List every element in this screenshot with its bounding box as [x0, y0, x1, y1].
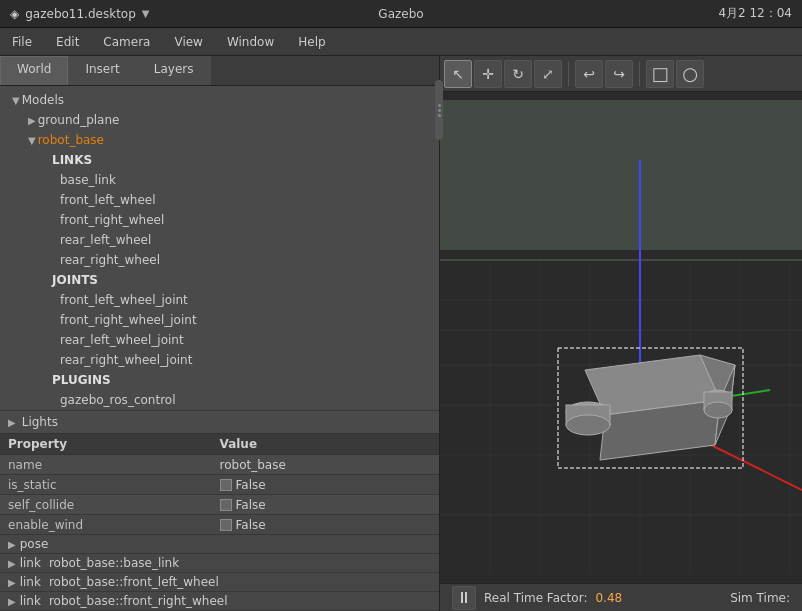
value-col-label: Value: [220, 437, 432, 451]
pause-button[interactable]: ⏸: [452, 586, 476, 610]
tree-front-left-wheel[interactable]: front_left_wheel: [0, 190, 439, 210]
tree-base-link[interactable]: base_link: [0, 170, 439, 190]
tab-dropdown-icon[interactable]: ▼: [142, 8, 150, 19]
tree-rear-right-wheel[interactable]: rear_right_wheel: [0, 250, 439, 270]
models-label: Models: [22, 93, 64, 107]
prop-link-front-right[interactable]: ▶ link robot_base::front_right_wheel: [0, 592, 439, 611]
translate-tool-button[interactable]: ✛: [474, 60, 502, 88]
gazebo-ros-control-label: gazebo_ros_control: [60, 393, 175, 407]
property-header: Property Value: [0, 434, 439, 455]
tree-front-right-wheel[interactable]: front_right_wheel: [0, 210, 439, 230]
real-time-label: Real Time Factor:: [484, 591, 587, 605]
tree-ground-plane[interactable]: ▶ ground_plane: [0, 110, 439, 130]
scale-tool-button[interactable]: ⤢: [534, 60, 562, 88]
rear-left-wheel-label: rear_left_wheel: [60, 233, 151, 247]
tab-world[interactable]: World: [0, 56, 68, 85]
front-right-joint-label: front_right_wheel_joint: [60, 313, 197, 327]
3d-viewport[interactable]: [440, 92, 802, 583]
svg-point-28: [704, 402, 732, 418]
link-front-left-arrow: ▶: [8, 577, 16, 588]
divider-dot-2: [438, 109, 441, 112]
svg-rect-0: [440, 100, 802, 250]
menu-view[interactable]: View: [170, 33, 206, 51]
menu-edit[interactable]: Edit: [52, 33, 83, 51]
sim-time-label: Sim Time:: [730, 591, 790, 605]
tree-front-left-joint[interactable]: front_left_wheel_joint: [0, 290, 439, 310]
front-right-wheel-label: front_right_wheel: [60, 213, 164, 227]
front-left-joint-label: front_left_wheel_joint: [60, 293, 188, 307]
tree-rear-left-wheel[interactable]: rear_left_wheel: [0, 230, 439, 250]
property-col-label: Property: [8, 437, 220, 451]
undo-button[interactable]: ↩: [575, 60, 603, 88]
sphere-button[interactable]: ○: [676, 60, 704, 88]
prop-self-collide-value: False: [220, 498, 432, 512]
toolbar: ↖ ✛ ↻ ⤢ ↩ ↪ □ ○: [440, 56, 802, 92]
tree-gazebo-ros-control[interactable]: gazebo_ros_control: [0, 390, 439, 410]
left-panel: World Insert Layers ▼ Models ▶ ground_pl…: [0, 56, 440, 611]
lights-arrow: ▶: [8, 417, 16, 428]
tab-insert[interactable]: Insert: [68, 56, 136, 85]
statusbar: ⏸ Real Time Factor: 0.48 Sim Time:: [440, 583, 802, 611]
window-title: Gazebo: [378, 7, 423, 21]
prop-is-static-key: is_static: [8, 478, 220, 492]
prop-self-collide-key: self_collide: [8, 498, 220, 512]
prop-name-value: robot_base: [220, 458, 432, 472]
menu-window[interactable]: Window: [223, 33, 278, 51]
ground-plane-arrow: ▶: [28, 115, 36, 126]
menubar: File Edit Camera View Window Help: [0, 28, 802, 56]
is-static-text: False: [236, 478, 266, 492]
toolbar-separator-2: [639, 62, 640, 86]
plugins-label: PLUGINS: [52, 373, 111, 387]
box-button[interactable]: □: [646, 60, 674, 88]
menu-camera[interactable]: Camera: [99, 33, 154, 51]
menu-file[interactable]: File: [8, 33, 36, 51]
main-content: World Insert Layers ▼ Models ▶ ground_pl…: [0, 56, 802, 611]
select-tool-button[interactable]: ↖: [444, 60, 472, 88]
self-collide-text: False: [236, 498, 266, 512]
real-time-value: 0.48: [595, 591, 622, 605]
is-static-checkbox[interactable]: [220, 479, 232, 491]
tab-label: gazebo11.desktop: [25, 7, 136, 21]
tree-panel[interactable]: ▼ Models ▶ ground_plane ▼ robot_base: [0, 86, 439, 410]
prop-is-static-value: False: [220, 478, 432, 492]
pose-section-label: pose: [20, 537, 49, 551]
prop-row-is-static: is_static False: [0, 475, 439, 495]
tree-rear-right-joint[interactable]: rear_right_wheel_joint: [0, 350, 439, 370]
tree-joints-header: JOINTS: [0, 270, 439, 290]
tabs: World Insert Layers: [0, 56, 439, 86]
prop-enable-wind-key: enable_wind: [8, 518, 220, 532]
datetime: 4月2 12：04: [718, 5, 792, 22]
prop-link-base[interactable]: ▶ link robot_base::base_link: [0, 554, 439, 573]
self-collide-checkbox[interactable]: [220, 499, 232, 511]
prop-link-value-0: robot_base::base_link: [49, 556, 179, 570]
link-front-right-arrow: ▶: [8, 596, 16, 607]
tab-favicon: ◈: [10, 7, 19, 21]
tree-robot-base[interactable]: ▼ robot_base: [0, 130, 439, 150]
panel-divider[interactable]: [435, 80, 443, 140]
front-left-wheel-label: front_left_wheel: [60, 193, 156, 207]
ground-plane-label: ground_plane: [38, 113, 120, 127]
prop-pose-section[interactable]: ▶ pose: [0, 535, 439, 554]
enable-wind-checkbox[interactable]: [220, 519, 232, 531]
pose-arrow-icon: ▶: [8, 539, 16, 550]
lights-label: Lights: [22, 415, 58, 429]
prop-name-key: name: [8, 458, 220, 472]
tree-front-right-joint[interactable]: front_right_wheel_joint: [0, 310, 439, 330]
rotate-tool-button[interactable]: ↻: [504, 60, 532, 88]
lights-section[interactable]: ▶ Lights: [0, 410, 439, 433]
toolbar-separator-1: [568, 62, 569, 86]
redo-button[interactable]: ↪: [605, 60, 633, 88]
menu-help[interactable]: Help: [294, 33, 329, 51]
tree-rear-left-joint[interactable]: rear_left_wheel_joint: [0, 330, 439, 350]
prop-link-value-2: robot_base::front_right_wheel: [49, 594, 228, 608]
tree-models-group[interactable]: ▼ Models: [0, 90, 439, 110]
robot-base-arrow: ▼: [28, 135, 36, 146]
prop-link-front-left[interactable]: ▶ link robot_base::front_left_wheel: [0, 573, 439, 592]
tab-layers[interactable]: Layers: [137, 56, 211, 85]
enable-wind-text: False: [236, 518, 266, 532]
tree-links-header: LINKS: [0, 150, 439, 170]
prop-row-enable-wind: enable_wind False: [0, 515, 439, 535]
right-panel: ↖ ✛ ↻ ⤢ ↩ ↪ □ ○: [440, 56, 802, 611]
prop-row-name: name robot_base: [0, 455, 439, 475]
titlebar: ◈ gazebo11.desktop ▼ Gazebo 4月2 12：04: [0, 0, 802, 28]
